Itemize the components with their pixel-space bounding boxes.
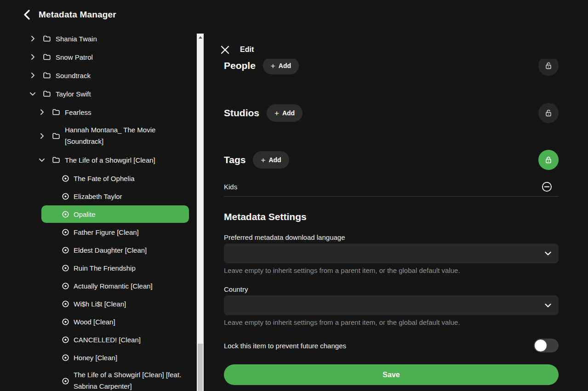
tree-item-label: Soundtrack: [56, 72, 91, 79]
tag-label: Kids: [224, 183, 237, 191]
tree-item-label: Shania Twain: [56, 35, 97, 43]
tree-item-snow-patrol[interactable]: Snow Patrol: [0, 48, 197, 66]
toggle-knob: [535, 340, 547, 351]
close-edit-button[interactable]: [219, 44, 230, 55]
chevron-right-icon[interactable]: [29, 54, 36, 60]
folder-icon: [52, 156, 60, 164]
edit-panel-header: Edit: [204, 0, 588, 59]
people-lock-button[interactable]: [538, 59, 559, 76]
minus-circle-icon: [542, 181, 552, 192]
track-record-icon: [61, 264, 69, 272]
metadata-settings-title: Metadata Settings: [224, 211, 559, 222]
tags-section-title: Tags: [224, 154, 245, 165]
tree-item-actually-romantic[interactable]: Actually Romantic [Clean]: [41, 277, 189, 295]
country-field-label: Country: [224, 285, 559, 293]
track-record-icon: [61, 210, 69, 218]
tags-lock-button[interactable]: [538, 150, 559, 170]
plus-icon: +: [271, 62, 275, 70]
tags-section-row: Tags + Add: [224, 150, 559, 170]
chevron-down-icon[interactable]: [39, 157, 45, 163]
tree-item-elizabeth-taylor[interactable]: Elizabeth Taylor: [41, 187, 189, 205]
people-section-row: People + Add: [224, 59, 559, 76]
chevron-down-icon: [545, 251, 551, 255]
tree-item-taylor-swift[interactable]: Taylor Swift: [0, 85, 197, 103]
scrollbar-up-button[interactable]: [197, 34, 204, 41]
add-tag-button[interactable]: + Add: [253, 151, 289, 169]
tree-item-the-fate-of-ophelia[interactable]: The Fate of Ophelia: [41, 170, 189, 187]
tree-item-life-of-a-showgirl-album[interactable]: The Life of a Showgirl [Clean]: [0, 151, 197, 169]
track-record-icon: [61, 377, 69, 385]
page-title: Metadata Manager: [39, 10, 116, 20]
tree-item-soundtrack[interactable]: Soundtrack: [0, 66, 197, 85]
people-section-title: People: [224, 60, 256, 71]
library-tree: Shania Twain Snow Patrol Soundtrack Tayl…: [0, 29, 197, 391]
tree-item-wish-list[interactable]: Wi$h Li$t [Clean]: [41, 295, 189, 312]
tree-item-label: Actually Romantic [Clean]: [74, 282, 153, 290]
tree-item-wood[interactable]: Wood [Clean]: [41, 313, 189, 330]
lock-item-label: Lock this item to prevent future changes: [224, 342, 346, 350]
chevron-right-icon[interactable]: [29, 72, 36, 79]
chevron-right-icon[interactable]: [29, 35, 36, 42]
tree-item-hannah-montana[interactable]: Hannah Montana_ The Movie [Soundtrack]: [0, 121, 197, 151]
plus-icon: +: [274, 109, 279, 117]
tree-item-label: Ruin The Friendship: [74, 264, 136, 272]
tree-item-label: Honey [Clean]: [74, 354, 117, 362]
lock-item-row: Lock this item to prevent future changes: [224, 338, 559, 353]
studios-lock-button[interactable]: [538, 103, 559, 123]
track-record-icon: [61, 174, 69, 182]
close-icon: [221, 45, 229, 54]
tree-item-father-figure[interactable]: Father Figure [Clean]: [41, 223, 189, 241]
tree-item-label: Hannah Montana_ The Movie [Soundtrack]: [65, 125, 173, 147]
tree-item-honey[interactable]: Honey [Clean]: [41, 349, 189, 366]
tree-item-shania-twain[interactable]: Shania Twain: [0, 29, 197, 48]
tree-item-label: Opalite: [74, 210, 96, 218]
add-studio-button[interactable]: + Add: [267, 104, 303, 122]
plus-icon: +: [261, 156, 265, 164]
lock-open-icon: [544, 108, 553, 118]
tree-item-life-of-a-showgirl-feat[interactable]: The Life of a Showgirl [Clean] [feat. Sa…: [41, 367, 189, 391]
tree-item-fearless[interactable]: Fearless: [0, 103, 197, 121]
tree-item-label: Snow Patrol: [56, 53, 93, 61]
back-button[interactable]: [20, 8, 33, 21]
folder-icon: [43, 53, 51, 61]
chevron-right-icon[interactable]: [39, 109, 45, 115]
tree-item-eldest-daughter[interactable]: Eldest Daughter [Clean]: [41, 241, 189, 259]
folder-icon: [43, 90, 51, 98]
country-helper-text: Leave empty to inherit settings from a p…: [224, 318, 559, 326]
track-record-icon: [61, 192, 69, 200]
track-record-icon: [61, 300, 69, 308]
tree-item-label: Father Figure [Clean]: [74, 228, 139, 236]
country-select[interactable]: [224, 295, 559, 315]
tree-item-label: Elizabeth Taylor: [74, 193, 122, 200]
lock-open-icon: [544, 61, 553, 70]
scrollbar-thumb[interactable]: [198, 344, 203, 391]
track-record-icon: [61, 353, 69, 362]
save-button[interactable]: Save: [224, 364, 559, 385]
tree-item-label: CANCELLED! [Clean]: [74, 336, 141, 344]
tree-item-opalite-selected[interactable]: Opalite: [41, 205, 189, 223]
lock-closed-icon: [544, 155, 553, 164]
edit-panel-scroll-area[interactable]: People + Add Studios + Add: [204, 59, 588, 391]
chevron-down-icon[interactable]: [29, 91, 36, 97]
track-record-icon: [61, 228, 69, 236]
tree-item-label: The Fate of Ophelia: [74, 175, 135, 182]
tree-item-label: The Life of a Showgirl [Clean] [feat. Sa…: [74, 369, 182, 391]
track-record-icon: [61, 317, 69, 326]
chevron-right-icon[interactable]: [39, 133, 45, 139]
tree-item-label: Taylor Swift: [56, 90, 91, 98]
tree-item-ruin-the-friendship[interactable]: Ruin The Friendship: [41, 259, 189, 277]
studios-section-row: Studios + Add: [224, 103, 559, 123]
remove-tag-button[interactable]: [541, 181, 552, 193]
back-chevron-icon: [23, 10, 30, 20]
language-field-label: Preferred metadata download language: [224, 233, 559, 241]
add-person-button[interactable]: + Add: [263, 59, 299, 74]
add-person-label: Add: [279, 62, 291, 69]
tree-item-label: Eldest Daughter [Clean]: [74, 246, 147, 254]
lock-item-toggle[interactable]: [534, 339, 559, 352]
edit-panel-title: Edit: [240, 45, 254, 54]
language-select[interactable]: [224, 244, 559, 263]
tree-item-label: Wood [Clean]: [74, 318, 115, 326]
sidebar-scrollbar[interactable]: [197, 34, 204, 391]
tree-item-cancelled[interactable]: CANCELLED! [Clean]: [41, 331, 189, 348]
track-record-icon: [61, 246, 69, 254]
